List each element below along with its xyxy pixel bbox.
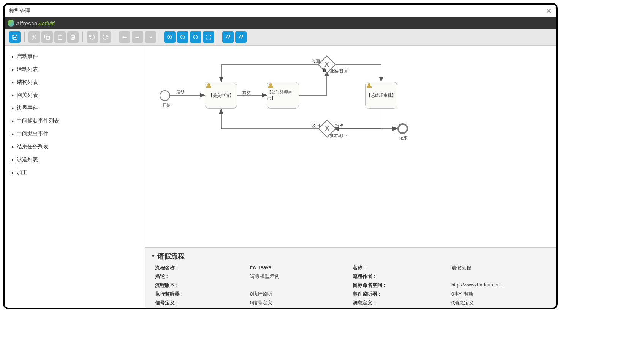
gw1-label: 批准/驳回 <box>330 68 348 74</box>
bend-add-icon <box>225 34 231 40</box>
prop-label[interactable]: 事件监听器 : <box>353 291 451 297</box>
zoom-reset-icon <box>193 34 199 40</box>
properties-grid: 流程名称 :my_leave名称 :请假流程 描述 :请假模型示例流程作者 : … <box>152 264 549 306</box>
svg-line-15 <box>197 38 198 39</box>
undo-icon <box>102 34 108 40</box>
prop-label[interactable]: 描述 : <box>155 273 250 280</box>
paste-button[interactable] <box>54 31 66 43</box>
bpmn-start-event[interactable] <box>160 90 170 101</box>
prop-label[interactable]: 目标命名空间 : <box>353 282 451 289</box>
prop-label[interactable]: 名称 : <box>353 264 451 271</box>
zoom-out-icon <box>180 34 186 40</box>
alfresco-logo-icon <box>8 20 14 27</box>
palette-item[interactable]: 加工 <box>8 166 142 179</box>
bend-add-button[interactable] <box>222 31 234 43</box>
end-label: 结束 <box>399 135 408 141</box>
brand-alfresco: Alfresco <box>16 20 38 27</box>
zoom-reset-button[interactable] <box>190 31 201 43</box>
paste-icon <box>57 34 63 40</box>
cut-button[interactable] <box>28 31 40 43</box>
prop-label[interactable]: 流程作者 : <box>353 273 451 280</box>
prop-label[interactable]: 信号定义 : <box>155 299 250 306</box>
prop-value[interactable]: 请假模型示例 <box>250 273 353 280</box>
gw2-approve-label: 批准 <box>335 123 343 129</box>
zoom-fit-button[interactable] <box>203 31 214 43</box>
palette-item[interactable]: 结构列表 <box>8 76 142 89</box>
bpmn-task-gm[interactable]: 【总经理审批】 <box>365 82 397 109</box>
toolbar: ⇤ ⇥ ↘ <box>5 29 556 46</box>
zoom-out-button[interactable] <box>177 31 188 43</box>
gw2-reject-label: 驳回 <box>312 123 320 129</box>
user-icon <box>268 83 274 88</box>
seq-label: 启动 <box>176 89 185 95</box>
seq-label: 提交 <box>242 90 251 96</box>
save-icon <box>12 34 18 40</box>
svg-point-0 <box>32 35 33 36</box>
align-icon: ⇥ <box>135 34 140 40</box>
palette-item[interactable]: 泳道列表 <box>8 153 142 166</box>
bpmn-task-dept[interactable]: 【部门经理审批】 <box>267 82 299 109</box>
prop-label[interactable]: 执行监听器 : <box>155 291 250 297</box>
svg-point-14 <box>193 35 198 39</box>
svg-line-8 <box>171 38 172 39</box>
bend-remove-icon <box>238 34 244 40</box>
bpmn-canvas[interactable]: 开始 启动 【提交申请】 提交 【部门经理审批】 X 批准/驳回 驳回 批准 【… <box>145 46 556 247</box>
copy-icon <box>44 34 50 40</box>
prop-value[interactable]: http://wwwzhadmin.or ... <box>451 282 549 289</box>
copy-button[interactable] <box>41 31 53 43</box>
close-icon[interactable]: ✕ <box>546 8 552 14</box>
prop-value[interactable]: 0执行监听 <box>250 291 353 297</box>
canvas-wrap: 开始 启动 【提交申请】 提交 【部门经理审批】 X 批准/驳回 驳回 批准 【… <box>145 46 556 308</box>
svg-rect-5 <box>46 36 50 40</box>
bend-remove-button[interactable] <box>235 31 247 43</box>
align-icon: ⇤ <box>122 34 127 40</box>
prop-value[interactable]: 请假流程 <box>451 264 549 271</box>
redo-button[interactable] <box>87 31 98 43</box>
svg-line-3 <box>35 38 36 39</box>
gw1-reject-label: 驳回 <box>312 58 320 64</box>
prop-label[interactable]: 流程名称 : <box>155 264 250 271</box>
main-area: 启动事件 活动列表 结构列表 网关列表 边界事件 中间捕获事件列表 中间抛出事件… <box>5 46 556 308</box>
start-label: 开始 <box>162 102 171 108</box>
brand-bar: Alfresco Activiti <box>5 17 556 29</box>
palette-item[interactable]: 网关列表 <box>8 89 142 102</box>
zoom-fit-icon <box>206 34 212 40</box>
zoom-in-icon <box>167 34 173 40</box>
bpmn-task-submit[interactable]: 【提交申请】 <box>205 82 237 109</box>
properties-title[interactable]: 请假流程 <box>152 252 549 261</box>
palette-item[interactable]: 边界事件 <box>8 102 142 115</box>
palette-item[interactable]: 结束任务列表 <box>8 140 142 153</box>
prop-value[interactable]: 0事件监听 <box>451 291 549 297</box>
undo-button[interactable] <box>100 31 111 43</box>
properties-panel: 请假流程 流程名称 :my_leave名称 :请假流程 描述 :请假模型示例流程… <box>145 247 556 308</box>
prop-value[interactable] <box>451 273 549 280</box>
prop-value[interactable] <box>250 282 353 289</box>
trash-icon <box>70 34 76 40</box>
align-button-1[interactable]: ⇤ <box>119 31 130 43</box>
app-window: 模型管理 ✕ Alfresco Activiti <box>3 3 558 309</box>
palette-item[interactable]: 中间抛出事件 <box>8 127 142 140</box>
svg-point-1 <box>32 38 33 39</box>
titlebar: 模型管理 ✕ <box>5 5 556 17</box>
palette-item[interactable]: 启动事件 <box>8 50 142 63</box>
gw2-label: 批准/驳回 <box>330 133 348 138</box>
prop-value[interactable]: my_leave <box>250 264 353 271</box>
prop-label[interactable]: 消息定义 : <box>353 299 451 306</box>
prop-label[interactable]: 流程版本 : <box>155 282 250 289</box>
resize-icon: ↘ <box>149 35 152 39</box>
palette-item[interactable]: 中间捕获事件列表 <box>8 115 142 127</box>
user-icon <box>206 83 212 88</box>
palette-item[interactable]: 活动列表 <box>8 63 142 76</box>
resize-button[interactable]: ↘ <box>145 31 156 43</box>
prop-value[interactable]: 0消息定义 <box>451 299 549 306</box>
bpmn-end-event[interactable] <box>397 123 408 134</box>
window-title: 模型管理 <box>9 8 30 14</box>
zoom-in-button[interactable] <box>164 31 176 43</box>
redo-icon <box>89 34 95 40</box>
svg-line-4 <box>33 36 34 37</box>
prop-value[interactable]: 0信号定义 <box>250 299 353 306</box>
save-button[interactable] <box>9 31 21 43</box>
delete-button[interactable] <box>67 31 79 43</box>
palette-sidebar: 启动事件 活动列表 结构列表 网关列表 边界事件 中间捕获事件列表 中间抛出事件… <box>5 46 145 308</box>
align-button-2[interactable]: ⇥ <box>132 31 143 43</box>
